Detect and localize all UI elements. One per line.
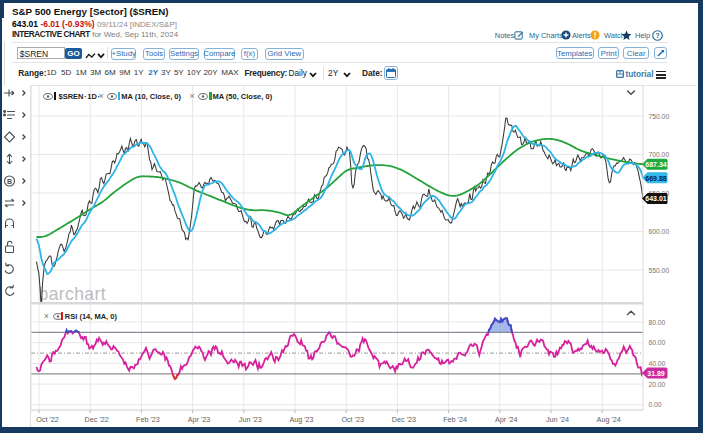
svg-text:31.89: 31.89 <box>647 370 665 377</box>
svg-text:80.00: 80.00 <box>648 319 665 326</box>
svg-text:Jun '23: Jun '23 <box>238 415 261 424</box>
svg-text:Feb '23: Feb '23 <box>136 415 160 424</box>
svg-text:Dec '22: Dec '22 <box>84 415 108 424</box>
svg-text:Jun '24: Jun '24 <box>546 415 569 424</box>
svg-text:?: ? <box>655 31 659 38</box>
svg-text:20.00: 20.00 <box>648 381 665 388</box>
svg-text:Apr '24: Apr '24 <box>495 415 518 424</box>
svg-text:Oct '23: Oct '23 <box>341 415 364 424</box>
svg-text:Feb '24: Feb '24 <box>443 415 467 424</box>
svg-text:Oct '22: Oct '22 <box>36 415 59 424</box>
svg-text:barchart: barchart <box>38 284 105 304</box>
svg-text:687.34: 687.34 <box>645 161 667 168</box>
svg-text:Dec '23: Dec '23 <box>391 415 415 424</box>
svg-text:60.00: 60.00 <box>648 339 665 346</box>
svg-text:750.00: 750.00 <box>648 113 669 120</box>
svg-text:669.88: 669.88 <box>645 175 667 182</box>
svg-text:Aug '24: Aug '24 <box>596 415 620 424</box>
svg-text:600.00: 600.00 <box>648 228 669 235</box>
svg-text:Aug '23: Aug '23 <box>289 415 313 424</box>
svg-text:643.01: 643.01 <box>645 195 667 202</box>
svg-text:700.00: 700.00 <box>648 151 669 158</box>
svg-text:0.00: 0.00 <box>648 401 661 408</box>
svg-text:550.00: 550.00 <box>648 267 669 274</box>
svg-text:B: B <box>7 178 12 185</box>
svg-text:Apr '23: Apr '23 <box>187 415 210 424</box>
svg-text:40.00: 40.00 <box>648 360 665 367</box>
